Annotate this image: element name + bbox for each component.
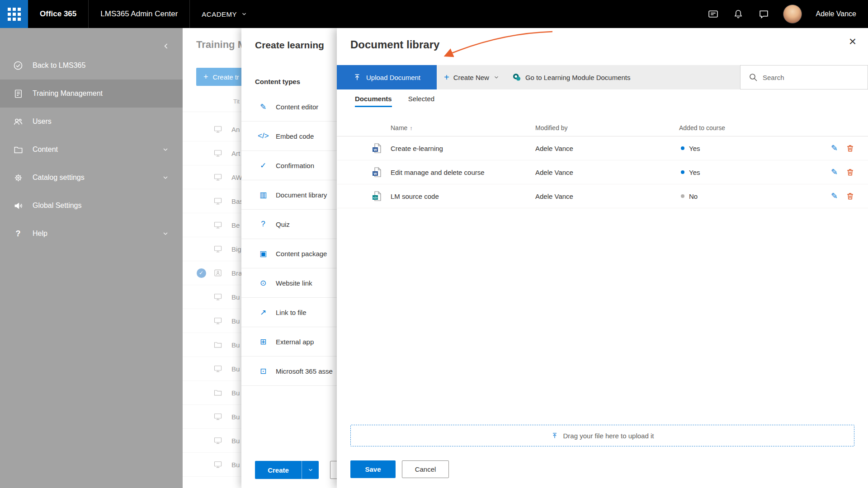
command-bar: Upload Document + Create New Go to Learn… <box>337 65 868 89</box>
office-365-brand[interactable]: Office 365 <box>28 0 88 28</box>
create-button-dropdown[interactable] <box>302 461 319 479</box>
edit-pencil-icon[interactable]: ✎ <box>831 144 838 152</box>
dropzone-label: Drag your file here to upload it <box>563 432 654 440</box>
added-to-course-status: Yes <box>679 145 800 152</box>
source-file-icon: </> <box>372 191 382 201</box>
cancel-button[interactable]: Cancel <box>402 460 449 478</box>
topbar: Office 365 LMS365 Admin Center ACADEMY A… <box>0 0 868 28</box>
tenant-selector[interactable]: ACADEMY <box>190 0 259 28</box>
chat-button[interactable] <box>707 8 719 20</box>
sort-ascending-icon: ↑ <box>410 125 413 131</box>
website-link-icon: ⊙ <box>258 278 269 288</box>
document-name[interactable]: Create e-learning <box>391 145 535 152</box>
user-avatar[interactable] <box>783 5 802 23</box>
panel-title: Document library <box>350 38 439 51</box>
file-dropzone[interactable]: Drag your file here to upload it <box>350 425 854 446</box>
chevron-down-icon <box>493 74 500 80</box>
plus-icon: + <box>444 73 449 82</box>
content-types-header: Content types <box>255 78 300 85</box>
document-name[interactable]: Edit manage and delete course <box>391 169 535 176</box>
document-modified-by: Adele Vance <box>535 192 679 200</box>
topbar-right: Adele Vance <box>707 5 868 23</box>
name-column-header[interactable]: Name↑ <box>391 124 535 131</box>
document-library-icon: ▥ <box>258 190 269 200</box>
microsoft-365-assets-icon: ⊡ <box>258 366 269 376</box>
learning-module-documents-icon <box>512 73 521 82</box>
app-launcher-button[interactable] <box>0 0 28 28</box>
document-name[interactable]: LM source code <box>391 192 535 200</box>
confirmation-icon: ✓ <box>258 161 269 170</box>
chat-icon <box>708 9 719 20</box>
document-library-panel: Document library × Upload Document + Cre… <box>337 28 868 488</box>
word-file-icon: W <box>372 167 382 177</box>
close-button[interactable]: × <box>849 35 856 48</box>
feedback-icon <box>758 9 769 20</box>
document-row[interactable]: W </> Edit manage and delete course Adel… <box>337 160 868 184</box>
chevron-down-icon <box>307 467 314 473</box>
delete-trash-icon[interactable] <box>846 168 854 177</box>
delete-trash-icon[interactable] <box>846 192 854 201</box>
tab-documents[interactable]: Documents <box>355 95 392 107</box>
document-modified-by: Adele Vance <box>535 169 679 176</box>
documents-table-body: W </> Create e-learning Adele Vance Yes … <box>337 136 868 208</box>
document-modified-by: Adele Vance <box>535 145 679 152</box>
upload-icon <box>353 73 361 81</box>
upload-icon <box>551 432 558 439</box>
status-text: No <box>689 192 698 200</box>
tabs: Documents Selected <box>355 95 434 107</box>
edit-pencil-icon[interactable]: ✎ <box>831 192 838 200</box>
status-dot <box>681 170 684 174</box>
waffle-icon <box>8 8 21 21</box>
create-split-button: Create <box>255 461 319 479</box>
svg-text:W: W <box>373 172 377 176</box>
word-file-icon: W <box>372 143 382 153</box>
document-row[interactable]: W </> Create e-learning Adele Vance Yes … <box>337 136 868 160</box>
save-button[interactable]: Save <box>350 460 396 478</box>
quiz-icon: ? <box>258 220 269 229</box>
embed-code-icon: </> <box>258 131 269 141</box>
go-to-learning-module-documents-button[interactable]: Go to Learning Module Documents <box>512 73 631 82</box>
panel-title: Create learning <box>255 40 324 51</box>
screen: Office 365 LMS365 Admin Center ACADEMY A… <box>0 0 868 488</box>
bell-icon <box>733 9 744 19</box>
external-app-icon: ⊞ <box>258 337 269 347</box>
status-dot <box>681 194 684 198</box>
feedback-button[interactable] <box>758 8 769 20</box>
search-box <box>740 65 868 89</box>
chevron-down-icon <box>241 11 247 17</box>
document-row[interactable]: W </> LM source code Adele Vance No ✎ <box>337 184 868 208</box>
modified-by-column-header[interactable]: Modified by <box>535 124 679 131</box>
tenant-name: ACADEMY <box>202 10 237 18</box>
content-editor-icon: ✎ <box>258 102 269 112</box>
link-to-file-icon: ↗ <box>258 308 269 317</box>
svg-text:</>: </> <box>373 196 377 199</box>
create-button[interactable]: Create <box>255 461 302 479</box>
documents-table-header: Name↑ Modified by Added to course <box>337 119 868 136</box>
edit-pencil-icon[interactable]: ✎ <box>831 168 838 176</box>
notifications-button[interactable] <box>732 8 744 20</box>
command-bar-middle: + Create New Go to Learning Module Docum… <box>437 65 740 89</box>
content-package-icon: ▣ <box>258 249 269 258</box>
search-input[interactable] <box>763 74 853 81</box>
status-text: Yes <box>689 145 700 152</box>
tab-selected[interactable]: Selected <box>408 95 434 107</box>
search-icon <box>749 73 758 82</box>
create-new-button[interactable]: + Create New <box>444 73 500 82</box>
admin-center-title[interactable]: LMS365 Admin Center <box>89 0 189 28</box>
user-name[interactable]: Adele Vance <box>816 10 856 18</box>
delete-trash-icon[interactable] <box>846 144 854 153</box>
svg-text:W: W <box>373 148 377 152</box>
added-to-course-status: Yes <box>679 169 800 176</box>
added-to-course-column-header[interactable]: Added to course <box>679 124 800 131</box>
added-to-course-status: No <box>679 192 800 200</box>
status-dot <box>681 146 684 150</box>
upload-document-button[interactable]: Upload Document <box>337 65 437 89</box>
status-text: Yes <box>689 169 700 176</box>
